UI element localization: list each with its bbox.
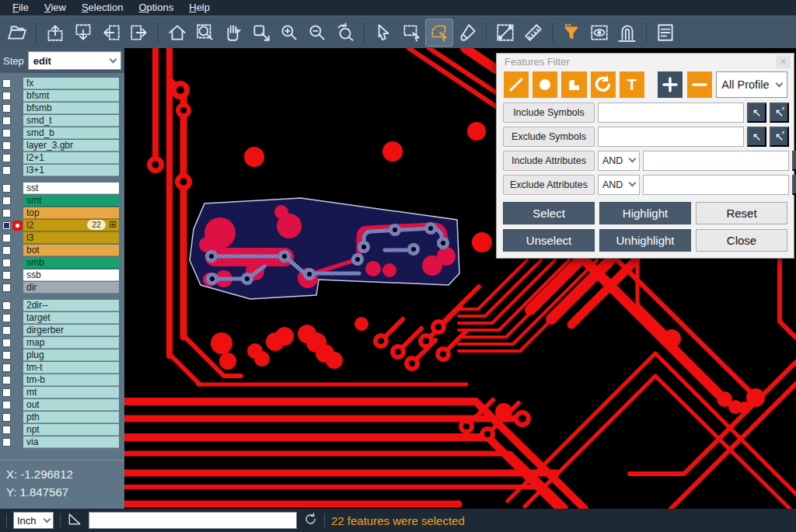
layer-visibility-checkbox[interactable] xyxy=(2,209,11,217)
layer-name-bar[interactable]: l3+1 xyxy=(23,165,119,176)
active-layer-indicator[interactable] xyxy=(11,374,23,385)
active-layer-indicator[interactable] xyxy=(11,312,23,323)
menu-item-options[interactable]: Options xyxy=(131,0,181,16)
active-layer-indicator[interactable] xyxy=(11,399,23,410)
pan-left-button[interactable] xyxy=(98,19,124,46)
layer-visibility-checkbox[interactable] xyxy=(2,221,11,230)
zoom-window-button[interactable] xyxy=(192,19,218,46)
layer-row-tm-b[interactable]: tm-b xyxy=(0,374,124,386)
zoom-in-button[interactable] xyxy=(276,19,302,46)
layer-visibility-checkbox[interactable] xyxy=(2,141,11,150)
step-select[interactable]: edit xyxy=(28,51,121,70)
include-symbols-button[interactable]: Include Symbols xyxy=(503,103,595,123)
layer-visibility-checkbox[interactable] xyxy=(2,196,11,205)
layer-name-bar[interactable]: ssb xyxy=(23,269,119,281)
layer-name-bar[interactable]: via xyxy=(23,436,119,448)
active-layer-indicator[interactable] xyxy=(11,436,23,447)
zoom-out-button[interactable] xyxy=(304,19,330,46)
snap-button[interactable] xyxy=(614,19,641,46)
layer-name-bar[interactable]: bfsmb xyxy=(23,103,119,114)
layer-name-bar[interactable]: top xyxy=(23,207,119,219)
layer-name-bar[interactable]: plug xyxy=(23,349,119,361)
layer-name-bar[interactable]: target xyxy=(23,312,119,324)
layer-visibility-checkbox[interactable] xyxy=(2,351,11,360)
layer-visibility-checkbox[interactable] xyxy=(2,283,11,292)
and-or-select[interactable]: AND xyxy=(598,175,640,195)
layer-name-bar[interactable]: l3 xyxy=(23,232,119,244)
include-attributes-button[interactable]: Include Attributes xyxy=(503,151,595,171)
open-file-button[interactable] xyxy=(4,19,30,46)
menu-item-selection[interactable]: Selection xyxy=(74,0,131,16)
layer-row-dirgerber[interactable]: dirgerber xyxy=(0,324,124,336)
layer-row-l3+1[interactable]: l3+1 xyxy=(0,164,124,176)
exclude-attributes-input[interactable] xyxy=(643,175,789,195)
layer-visibility-checkbox[interactable] xyxy=(2,259,11,267)
pcb-canvas-area[interactable]: Features Filter ✕ T All Profile xyxy=(124,48,796,509)
layer-name-bar[interactable]: out xyxy=(23,399,119,411)
layer-name-bar[interactable]: tm-b xyxy=(23,374,119,386)
filter-text-button[interactable]: T xyxy=(620,71,644,98)
layer-row-l3[interactable]: l3 xyxy=(0,231,124,244)
layer-visibility-checkbox[interactable] xyxy=(2,271,11,280)
corner-angle-icon[interactable] xyxy=(67,511,82,530)
layer-row-2dir--[interactable]: 2dir-- xyxy=(0,299,124,311)
filter-add-button[interactable] xyxy=(658,71,683,98)
layer-name-bar[interactable]: smb xyxy=(23,257,119,269)
ruler-button[interactable] xyxy=(520,19,546,46)
command-input[interactable] xyxy=(89,512,297,529)
active-layer-indicator[interactable] xyxy=(11,127,23,138)
unit-select[interactable]: Inch xyxy=(13,512,54,529)
layer-row-bfsmt[interactable]: bfsmt xyxy=(0,89,124,102)
layer-row-smd_t[interactable]: smd_t xyxy=(0,114,124,127)
active-layer-indicator[interactable] xyxy=(11,245,23,256)
layer-row-smd_b[interactable]: smd_b xyxy=(0,127,124,139)
active-layer-indicator[interactable] xyxy=(11,300,23,311)
layer-name-bar[interactable]: tm-t xyxy=(23,362,119,374)
pick-add-from-screen-button[interactable]: ↖+ xyxy=(770,127,789,147)
layer-name-bar[interactable]: smd_b xyxy=(23,127,119,139)
include-attributes-input[interactable] xyxy=(643,151,789,171)
layer-row-top[interactable]: top xyxy=(0,207,124,219)
layer-row-fx[interactable]: fx xyxy=(0,77,124,89)
layer-visibility-checkbox[interactable] xyxy=(2,184,11,193)
select-cursor-button[interactable] xyxy=(370,19,396,46)
layer-name-bar[interactable]: npt xyxy=(23,424,119,436)
layer-name-bar[interactable]: pth xyxy=(23,412,119,423)
active-layer-indicator[interactable] xyxy=(11,269,23,280)
select-rectangle-button[interactable] xyxy=(398,19,424,46)
layer-name-bar[interactable]: l222⊞ xyxy=(23,220,119,231)
filter-remove-button[interactable] xyxy=(687,71,712,98)
layer-row-sst[interactable]: sst xyxy=(0,182,124,194)
active-layer-indicator[interactable] xyxy=(11,412,23,422)
layer-row-dir[interactable]: dir xyxy=(0,281,124,294)
feature-info-panel-button[interactable] xyxy=(652,19,679,46)
active-layer-indicator[interactable] xyxy=(11,325,23,336)
refresh-icon[interactable] xyxy=(303,512,318,530)
active-layer-indicator[interactable] xyxy=(11,220,23,231)
pick-from-screen-button[interactable]: ↖ xyxy=(792,175,796,195)
layer-visibility-checkbox[interactable] xyxy=(2,234,11,242)
layer-name-bar[interactable]: 2dir-- xyxy=(23,300,119,311)
layer-row-tm-t[interactable]: tm-t xyxy=(0,361,124,374)
layer-visibility-checkbox[interactable] xyxy=(2,388,11,397)
dialog-close-icon[interactable]: ✕ xyxy=(776,55,791,68)
layer-visibility-checkbox[interactable] xyxy=(2,79,11,88)
features-filter-button[interactable] xyxy=(558,19,585,46)
layer-visibility-checkbox[interactable] xyxy=(2,314,11,322)
filter-surface-button[interactable] xyxy=(561,71,586,98)
active-layer-indicator[interactable] xyxy=(11,282,23,293)
layer-visibility-checkbox[interactable] xyxy=(2,413,11,422)
highlight-button[interactable]: Highlight xyxy=(599,202,691,224)
layer-row-pth[interactable]: pth xyxy=(0,411,124,423)
active-layer-indicator[interactable] xyxy=(11,362,23,373)
layer-row-smt[interactable]: smt xyxy=(0,194,124,207)
layer-visibility-checkbox[interactable] xyxy=(2,246,11,255)
layer-name-bar[interactable]: mt xyxy=(23,387,119,398)
active-layer-indicator[interactable] xyxy=(11,349,23,360)
home-view-button[interactable] xyxy=(164,19,190,46)
layer-name-bar[interactable]: map xyxy=(23,337,119,349)
layer-name-bar[interactable]: smt xyxy=(23,195,119,207)
active-layer-indicator[interactable] xyxy=(11,152,23,163)
layer-name-bar[interactable]: bot xyxy=(23,245,119,256)
active-layer-indicator[interactable] xyxy=(11,165,23,176)
